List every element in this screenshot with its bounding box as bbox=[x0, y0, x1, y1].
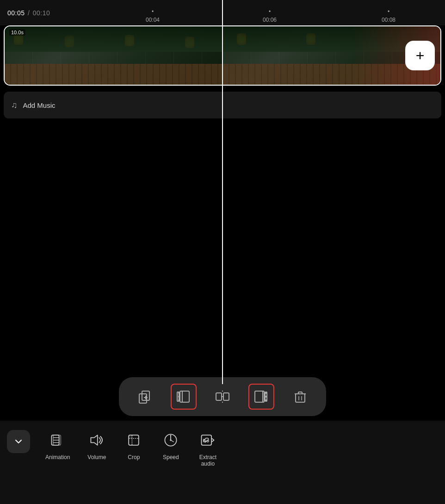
bottom-tools-list: Animation Volume bbox=[37, 430, 445, 467]
bottom-toolbar: Animation Volume bbox=[0, 421, 445, 504]
volume-label: Volume bbox=[87, 454, 106, 460]
time-separator: / bbox=[28, 9, 30, 17]
svg-rect-10 bbox=[216, 393, 222, 400]
svg-point-20 bbox=[265, 399, 267, 401]
current-time: 00:05 bbox=[7, 9, 25, 17]
playhead[interactable] bbox=[222, 0, 223, 384]
total-time: 00:10 bbox=[33, 9, 50, 17]
svg-marker-33 bbox=[91, 435, 98, 445]
svg-rect-21 bbox=[296, 394, 305, 402]
tool-crop[interactable]: Crop bbox=[115, 430, 152, 460]
speed-label: Speed bbox=[163, 454, 179, 460]
svg-rect-8 bbox=[180, 391, 189, 402]
svg-rect-11 bbox=[223, 393, 229, 400]
crop-icon bbox=[124, 430, 144, 450]
svg-point-19 bbox=[265, 396, 267, 398]
tool-extract-audio[interactable]: Extract audio bbox=[189, 430, 226, 467]
speed-icon bbox=[161, 430, 181, 450]
animation-icon bbox=[48, 430, 68, 450]
delete-button[interactable] bbox=[287, 384, 313, 410]
video-segment-right: + bbox=[223, 26, 440, 85]
svg-rect-37 bbox=[129, 435, 132, 438]
tool-speed[interactable]: Speed bbox=[152, 430, 189, 460]
tool-volume[interactable]: Volume bbox=[78, 430, 115, 460]
svg-point-45 bbox=[207, 440, 209, 442]
volume-icon bbox=[87, 430, 107, 450]
svg-line-41 bbox=[171, 440, 173, 442]
time-display: 00:05 / 00:10 bbox=[7, 9, 50, 17]
crop-label: Crop bbox=[128, 454, 140, 460]
music-icon: ♫ bbox=[11, 100, 18, 110]
add-clip-button[interactable]: + bbox=[405, 41, 435, 70]
add-music-label: Add Music bbox=[23, 101, 56, 109]
trim-left-button[interactable] bbox=[171, 384, 197, 410]
trim-right-button[interactable] bbox=[248, 384, 274, 410]
tool-animation[interactable]: Animation bbox=[37, 430, 78, 460]
svg-point-18 bbox=[265, 392, 267, 394]
duplicate-button[interactable] bbox=[132, 384, 158, 410]
split-button[interactable] bbox=[210, 384, 235, 410]
animation-label: Animation bbox=[45, 454, 70, 460]
fence-pattern-left bbox=[5, 64, 223, 85]
extract-audio-icon bbox=[198, 430, 218, 450]
extract-audio-label: Extract audio bbox=[199, 454, 216, 467]
bottom-collapse-section bbox=[0, 430, 37, 453]
video-timestamp: 10.0s bbox=[9, 29, 25, 36]
svg-point-42 bbox=[170, 435, 172, 436]
add-icon: + bbox=[416, 48, 425, 63]
svg-rect-43 bbox=[202, 435, 212, 445]
video-segment-left: 10.0s bbox=[5, 26, 223, 85]
tree-overlay-left bbox=[5, 26, 223, 52]
collapse-button[interactable] bbox=[7, 430, 30, 453]
